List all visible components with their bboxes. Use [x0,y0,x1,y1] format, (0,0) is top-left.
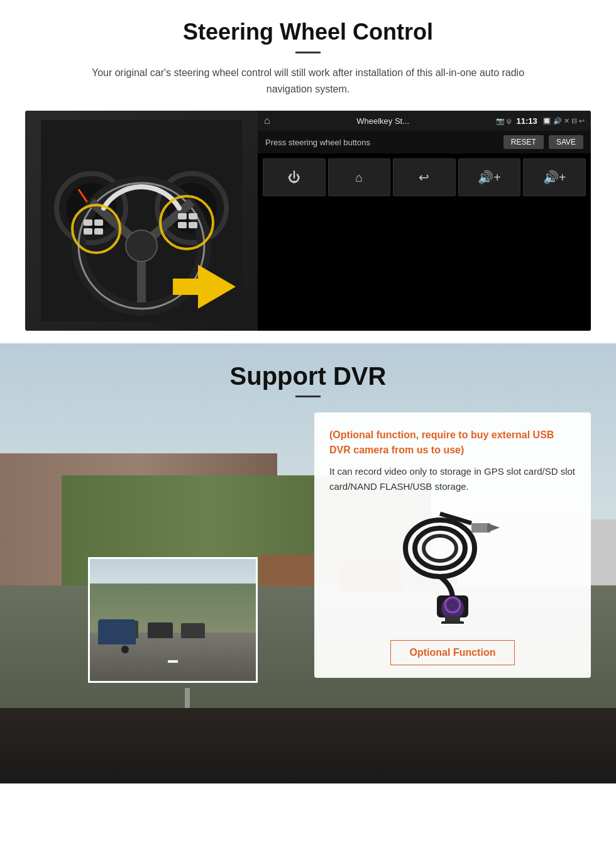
statusbar-app-title: Wheelkey St... [275,116,491,126]
android-toolbar: Press steering wheel buttons RESET SAVE [258,131,591,153]
dvr-description: It can record video only to storage in G… [329,464,576,494]
statusbar-time: 11:13 [517,116,537,126]
thumb-blue-car [98,619,136,645]
title-divider [295,52,321,53]
svg-rect-15 [84,228,92,235]
home-btn[interactable]: ⌂ [328,158,391,196]
back-btn[interactable]: ↩ [393,158,456,196]
steering-composite-image: ⌂ Wheelkey St... 📷 ψ 11:13 🔲 🔊 ✕ ⊟ ↩ Pre… [25,111,591,331]
home-icon: ⌂ [264,115,270,126]
dvr-camera-image [329,504,576,630]
svg-point-32 [441,597,464,619]
thumbnail-content [90,559,256,681]
svg-point-26 [424,536,456,561]
thumb-car-3 [181,623,205,638]
svg-rect-17 [94,228,103,235]
statusbar-right-icons: 🔲 🔊 ✕ ⊟ ↩ [542,117,585,125]
statusbar-icons: 📷 ψ [496,117,512,125]
dvr-title: Support DVR [0,362,616,390]
dvr-thumbnail [88,557,258,683]
dvr-section: Support DVR (Optional function, require … [0,343,616,783]
svg-rect-21 [189,222,197,228]
svg-rect-14 [84,219,92,226]
steering-photo [25,111,258,331]
reset-button[interactable]: RESET [503,135,544,149]
android-statusbar: ⌂ Wheelkey St... 📷 ψ 11:13 🔲 🔊 ✕ ⊟ ↩ [258,111,591,131]
toolbar-instruction: Press steering wheel buttons [265,138,370,147]
dvr-dashboard-strip [0,708,616,783]
vol-up-btn2[interactable]: 🔊+ [523,158,586,196]
vol-up-btn[interactable]: 🔊+ [458,158,521,196]
svg-rect-23 [173,279,199,295]
dvr-title-area: Support DVR [0,343,616,397]
toolbar-buttons: RESET SAVE [503,135,583,149]
svg-rect-19 [178,222,187,228]
steering-title: Steering Wheel Control [25,19,591,45]
thumb-car-2 [148,622,173,638]
dvr-title-divider [295,396,321,397]
svg-rect-16 [94,219,103,226]
dvr-info-card: (Optional function, require to buy exter… [314,412,591,678]
thumb-road-line [168,660,178,663]
steering-section: Steering Wheel Control Your original car… [0,0,616,343]
svg-rect-20 [189,213,197,219]
save-button[interactable]: SAVE [549,135,583,149]
android-screen: ⌂ Wheelkey St... 📷 ψ 11:13 🔲 🔊 ✕ ⊟ ↩ Pre… [258,111,591,331]
optional-function-badge: Optional Function [390,640,515,665]
controls-grid: ⏻ ⌂ ↩ 🔊+ 🔊+ [258,153,591,331]
power-btn[interactable]: ⏻ [263,158,326,196]
svg-rect-18 [178,213,187,219]
dvr-camera-svg [390,511,515,624]
thumb-spare-wheel [120,645,130,655]
steering-subtitle: Your original car's steering wheel contr… [69,65,547,97]
svg-point-11 [126,230,157,262]
steering-wheel-svg [41,120,242,321]
optional-note: (Optional function, require to buy exter… [329,428,576,458]
svg-rect-35 [441,621,464,624]
